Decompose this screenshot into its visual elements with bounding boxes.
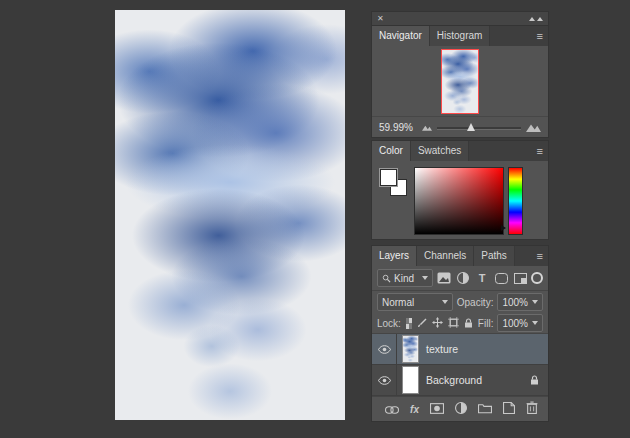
opacity-dropdown[interactable]: 100% [497,293,543,311]
opacity-label: Opacity: [457,297,494,308]
saturation-brightness-field[interactable] [414,167,504,235]
lock-label: Lock: [377,318,401,329]
tab-paths[interactable]: Paths [474,246,515,266]
filter-adjustment-layers-icon[interactable] [455,270,471,286]
add-layer-mask-icon[interactable] [430,400,444,418]
chevron-down-icon [532,321,538,325]
fill-label: Fill: [478,318,494,329]
zoom-slider-thumb[interactable] [467,123,475,131]
chevron-up-icon [537,17,543,21]
filter-pixel-layers-icon[interactable] [436,270,452,286]
foreground-background-swatches [380,169,407,196]
zoom-in-mountain-icon[interactable] [526,122,541,132]
navigator-panel: Navigator Histogram ≡ 59.99% [372,26,548,137]
lock-paint-icon[interactable] [417,314,427,332]
layers-bottom-toolbar: fx [372,396,548,421]
lock-all-icon[interactable] [464,314,473,332]
navigator-zoom-row: 59.99% [372,116,548,137]
lock-row: Lock: Fill: 100% [372,313,548,334]
layer-style-icon[interactable]: fx [410,404,419,415]
search-icon [382,274,391,283]
new-layer-icon[interactable] [503,400,515,418]
panel-menu-icon[interactable]: ≡ [532,26,548,46]
tab-navigator[interactable]: Navigator [372,26,430,46]
opacity-value: 100% [502,297,528,308]
tab-color[interactable]: Color [372,141,411,161]
new-adjustment-layer-icon[interactable] [455,400,467,418]
layer-name[interactable]: Background [426,374,482,386]
layer-name[interactable]: texture [426,343,458,355]
collapse-panels-icon[interactable] [529,17,543,21]
lock-transparency-icon[interactable] [406,318,412,329]
eye-icon [378,345,391,354]
blend-mode-dropdown[interactable]: Normal [377,293,453,311]
zoom-slider[interactable] [437,121,521,133]
layer-thumbnail[interactable] [403,336,418,362]
filter-smart-objects-icon[interactable] [512,270,528,286]
eye-icon [378,376,391,385]
watercolor-texture-image [115,10,345,420]
tab-channels[interactable]: Channels [417,246,474,266]
navigator-thumbnail-image [442,50,478,114]
navigator-proxy-view[interactable] [441,49,479,114]
zoom-out-mountain-icon[interactable] [422,124,432,131]
navigator-tabbar: Navigator Histogram ≡ [372,26,548,46]
hue-ramp[interactable] [508,167,523,235]
layers-list: texture Background [372,334,548,396]
visibility-toggle[interactable] [372,365,397,395]
filter-kind-label: Kind [394,273,414,284]
navigator-preview [372,46,548,116]
color-tabbar: Color Swatches ≡ [372,141,548,161]
chevron-up-icon [529,17,535,21]
blend-mode-value: Normal [382,297,414,308]
link-layers-icon[interactable] [385,400,399,418]
chevron-down-icon [442,300,448,304]
lock-position-icon[interactable] [432,314,443,332]
type-glyph: T [479,273,486,284]
tab-layers[interactable]: Layers [372,246,417,266]
panel-menu-icon[interactable]: ≡ [532,246,548,266]
delete-layer-icon[interactable] [526,400,538,418]
fill-value: 100% [502,318,528,329]
padlock-icon [530,375,539,385]
layer-row-texture[interactable]: texture [372,334,548,365]
filter-on-off-toggle[interactable] [531,272,543,284]
layer-filter-row: Kind T [372,266,548,291]
fill-group: Fill: 100% [478,314,543,332]
hue-indicator-arrow [501,225,506,231]
layer-row-background[interactable]: Background [372,365,548,396]
zoom-slider-track [437,127,521,130]
foreground-color-swatch[interactable] [380,169,397,186]
filter-type-layers-icon[interactable]: T [474,270,490,286]
texture-layer-thumbnail-image [403,336,418,362]
filter-kind-dropdown[interactable]: Kind [377,269,433,287]
fill-dropdown[interactable]: 100% [497,314,543,332]
color-picker-area [372,161,548,239]
visibility-toggle[interactable] [372,334,397,364]
color-panel: Color Swatches ≡ [372,141,548,239]
close-icon[interactable]: ✕ [377,12,384,26]
panel-group-titlebar: ✕ [372,12,548,26]
lock-artboard-icon[interactable] [448,314,459,332]
chevron-down-icon [422,276,428,280]
layer-thumbnail[interactable] [403,367,418,393]
blend-mode-row: Normal Opacity: 100% [372,291,548,313]
tab-histogram[interactable]: Histogram [430,26,491,46]
tab-swatches[interactable]: Swatches [411,141,469,161]
zoom-value[interactable]: 59.99% [379,122,417,133]
document-canvas[interactable] [115,10,345,420]
filter-shape-layers-icon[interactable] [493,270,509,286]
layers-panel: Layers Channels Paths ≡ Kind T [372,246,548,421]
layers-tabbar: Layers Channels Paths ≡ [372,246,548,266]
panel-menu-icon[interactable]: ≡ [532,141,548,161]
new-group-icon[interactable] [478,400,492,418]
layer-lock-badge[interactable] [530,375,539,385]
panel-dock: ✕ Navigator Histogram ≡ 59.99% [372,12,548,421]
chevron-down-icon [532,300,538,304]
